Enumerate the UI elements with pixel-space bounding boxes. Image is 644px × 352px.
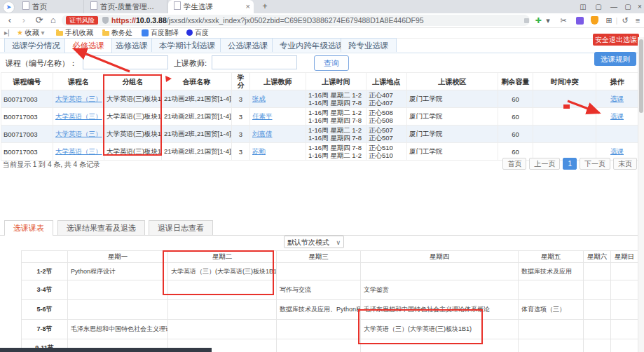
timetable-cell xyxy=(584,263,611,280)
page-first-button[interactable]: 首页 xyxy=(502,158,526,170)
timetable-header-row: 星期一 星期二 星期三 星期四 星期五 星期六 星期日 xyxy=(21,250,638,263)
new-tab-button[interactable]: + xyxy=(259,1,270,12)
forward-icon[interactable]: › xyxy=(18,13,29,27)
course-name-link[interactable]: 大学英语（三） xyxy=(55,130,102,139)
page-icon xyxy=(174,1,181,10)
teacher-label: 上课教师: xyxy=(174,58,207,69)
address-bar[interactable]: 证书风险https://10.0.3.88/jsxsd/xsxk/xsxk_in… xyxy=(62,15,530,26)
bottom-dark-bar xyxy=(0,348,212,352)
page-number-button[interactable]: 1 xyxy=(563,158,577,170)
campus: 厦门工学院 xyxy=(407,90,498,107)
course-name-link[interactable]: 大学英语（三） xyxy=(55,95,102,104)
class-place: 正心407正心407 xyxy=(366,90,407,107)
speed-mode-icon[interactable]: ✚ xyxy=(534,15,542,25)
period-label: 5-6节 xyxy=(21,300,68,319)
tab-credit-status[interactable]: 选课学分情况 xyxy=(4,38,68,52)
tab-required-courses[interactable]: 必修选课 xyxy=(64,38,112,53)
safe-exit-button[interactable]: 安全退出选课 xyxy=(593,34,639,46)
skin-icon[interactable]: ▢ xyxy=(591,0,605,13)
timetable-cell xyxy=(519,320,584,339)
translate-plugin-icon[interactable] xyxy=(576,17,584,25)
period-mode-select[interactable]: 默认节次模式∨ xyxy=(284,236,344,248)
group-name: 大学英语(三)板块1C1 xyxy=(104,143,162,160)
select-course-link[interactable]: 选课 xyxy=(610,95,624,104)
close-button[interactable]: × xyxy=(633,0,644,13)
timetable-cell xyxy=(168,300,277,319)
browser-logo-icon[interactable]: ➤ xyxy=(3,1,15,13)
tab-cross-grade[interactable]: 专业内跨年级选课 xyxy=(272,38,352,52)
teacher-input[interactable] xyxy=(212,55,297,69)
timetable-cell xyxy=(361,339,519,352)
page-next-button[interactable]: 下一页 xyxy=(580,158,610,170)
cell: 大学英语（三） xyxy=(53,90,104,107)
select-course-link[interactable]: 选课 xyxy=(610,112,624,121)
browser-window: ➤ 首页 首页-质量管理信息平台 学生选课× + ◫ ▢ — ▢ × ‹ › ⟳… xyxy=(0,0,644,352)
refresh-icon[interactable]: ⟳ xyxy=(34,13,45,27)
screenshot-icon[interactable]: ✂ xyxy=(559,15,568,25)
tab-public-courses[interactable]: 公选课选课 xyxy=(220,38,276,52)
tab-cross-major[interactable]: 跨专业选课 xyxy=(341,38,397,52)
timetable-cell xyxy=(584,300,611,319)
class-place: 正心507正心507 xyxy=(366,126,407,142)
undo-icon[interactable]: ↺ xyxy=(620,15,630,25)
th-thursday: 星期四 xyxy=(361,251,519,262)
mode-caret-icon[interactable]: ▾ xyxy=(544,15,551,25)
cell: 苏勤 xyxy=(250,143,306,160)
record-summary: 当前显示 1 到 4 条, 共 4 条记录 xyxy=(3,160,100,170)
teacher-link[interactable]: 张成 xyxy=(252,95,303,104)
timetable-row: 5-6节 数据库技术及应用、Python程序设计 毛泽东思想和中国特色社会主义理… xyxy=(21,300,638,320)
browser-tab-home[interactable]: 首页 xyxy=(17,0,84,13)
sidebar-toggle-icon[interactable]: ▸| xyxy=(4,28,10,38)
menu-icon[interactable]: ≡ xyxy=(633,15,643,25)
tab-elective-courses[interactable]: 选修选课 xyxy=(108,38,156,52)
back-icon[interactable]: ‹ xyxy=(4,13,15,27)
page-mode-icon[interactable] xyxy=(524,18,529,23)
home-icon[interactable]: ⌂ xyxy=(48,13,59,27)
group-name: 大学英语(三)板块1A3 xyxy=(104,90,162,107)
timetable-cell xyxy=(68,300,168,319)
browser-tab-active[interactable]: 学生选课× xyxy=(168,0,254,13)
tab-selected-timetable[interactable]: 选课课表 xyxy=(4,220,53,236)
th-place: 上课地点 xyxy=(366,73,407,90)
course-code: B00717003 xyxy=(1,126,53,142)
mini-page-icon[interactable]: ◫ xyxy=(576,0,590,13)
minimize-button[interactable]: — xyxy=(607,0,621,13)
course-name-link[interactable]: 大学英语（三） xyxy=(55,147,102,156)
page-last-button[interactable]: 末页 xyxy=(613,158,637,170)
remaining-capacity: 60 xyxy=(498,126,533,142)
course-label: 课程（编号/名称）： xyxy=(6,58,77,69)
teacher-link[interactable]: 任素平 xyxy=(252,112,303,121)
tab-close-icon[interactable]: × xyxy=(246,0,250,13)
cert-risk-badge[interactable]: 证书风险 xyxy=(66,16,98,25)
tab-results-withdraw[interactable]: 选课结果查看及退选 xyxy=(57,220,145,235)
apps-grid-icon[interactable]: ⊞ xyxy=(604,15,614,25)
scrollbar-thumb[interactable] xyxy=(639,39,643,113)
course-input[interactable] xyxy=(83,55,168,69)
teacher-link[interactable]: 刘嘉倩 xyxy=(252,130,303,139)
teacher-link[interactable]: 苏勤 xyxy=(252,147,303,156)
tab-semester-plan[interactable]: 本学期计划选课 xyxy=(151,38,224,52)
vertical-scrollbar[interactable] xyxy=(638,37,644,352)
bookmark-baidu[interactable]: 百度 xyxy=(186,28,209,38)
tab-withdraw-log[interactable]: 退课日志查看 xyxy=(149,220,213,235)
query-button[interactable]: 查询 xyxy=(314,55,349,71)
star-icon: ★ xyxy=(17,29,23,36)
bookmark-mobile-folder[interactable]: 手机收藏 xyxy=(56,28,93,38)
course-table: 课程编号 课程名 分组名 合班名称 学分 上课教师 上课时间 上课地点 上课校区… xyxy=(1,72,638,161)
bookmark-jwc-folder[interactable]: 教务处 xyxy=(102,28,132,38)
browser-tab-platform[interactable]: 首页-质量管理信息平台 xyxy=(85,0,167,13)
select-course-link[interactable]: 选课 xyxy=(610,147,624,156)
table-row: B00717003 大学英语（三） 大学英语(三)板块1A3 21动画2班,21… xyxy=(1,90,638,108)
th-classes: 合班名称 xyxy=(162,73,232,90)
bookmark-favorites[interactable]: ★ 收藏 ▾ xyxy=(17,28,45,38)
course-selection-tabs: 选课学分情况 必修选课 选修选课 本学期计划选课 公选课选课 专业内跨年级选课 … xyxy=(0,38,639,53)
page-prev-button[interactable]: 上一页 xyxy=(529,158,560,170)
th-code: 课程编号 xyxy=(1,73,53,90)
timetable-cell: Python程序设计 xyxy=(68,263,168,280)
time-conflict xyxy=(533,108,596,125)
rules-button[interactable]: 选课规则 xyxy=(594,52,636,66)
bookmark-baidu-translate[interactable]: 百度翻译 xyxy=(142,28,179,38)
security-shield-icon[interactable] xyxy=(591,16,598,25)
course-name-link[interactable]: 大学英语（三） xyxy=(55,112,102,121)
timetable-cell xyxy=(584,280,611,299)
